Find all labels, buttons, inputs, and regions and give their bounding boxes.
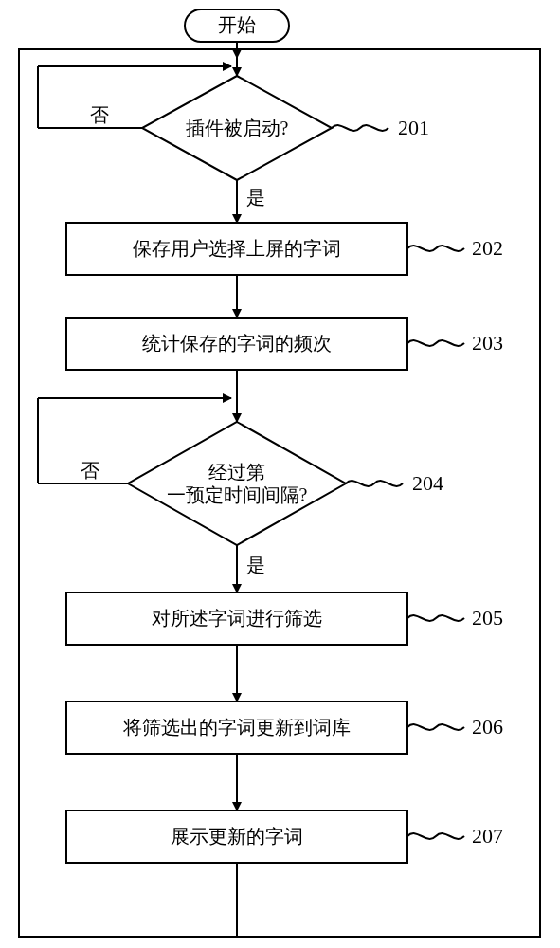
ref-204: 204 [412,471,443,495]
start-label: 开始 [218,14,256,35]
process-207-label: 展示更新的字词 [171,826,303,847]
yes-label-2: 是 [246,555,265,575]
decision-204-label-a: 经过第 [208,462,265,483]
process-205-label: 对所述字词进行筛选 [152,608,322,629]
ref-203: 203 [472,331,503,355]
yes-label-1: 是 [246,187,265,208]
no-label-1: 否 [90,104,109,125]
ref-202: 202 [472,236,503,260]
process-202-label: 保存用户选择上屏的字词 [133,238,341,259]
process-206-label: 将筛选出的字词更新到词库 [122,717,351,738]
no-label-2: 否 [81,460,99,481]
ref-201: 201 [398,116,429,139]
flowchart-diagram: 开始 插件被启动? 201 否 是 保存用户选择上屏的字词 202 统计保存的字… [0,0,560,948]
decision-204-label-b: 一预定时间间隔? [167,484,308,505]
process-203-label: 统计保存的字词的频次 [142,333,332,354]
decision-201-label: 插件被启动? [186,118,289,138]
ref-205: 205 [472,606,503,629]
ref-207: 207 [472,824,503,848]
ref-206: 206 [472,715,503,738]
